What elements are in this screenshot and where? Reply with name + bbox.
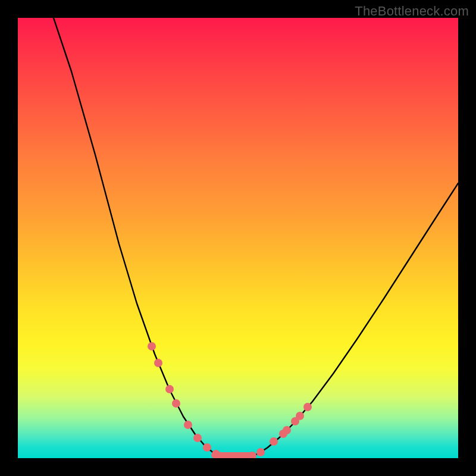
marker-dot: [148, 342, 156, 350]
marker-dot: [256, 448, 265, 456]
marker-dot: [165, 385, 174, 393]
marker-dot: [203, 443, 211, 452]
marker-dot: [184, 421, 192, 429]
marker-dot: [283, 426, 291, 434]
marker-dot: [212, 450, 220, 458]
watermark-text: TheBottleneck.com: [355, 4, 469, 19]
marker-dot: [193, 434, 202, 442]
marker-dot: [270, 437, 278, 446]
marker-dot: [303, 403, 312, 411]
chart-frame: TheBottleneck.com: [0, 0, 476, 476]
marker-dot: [154, 359, 162, 367]
marker-dot: [172, 399, 180, 408]
curve-svg: [18, 18, 458, 458]
plot-area: [18, 18, 458, 458]
bottleneck-curve: [54, 18, 458, 458]
marker-dot: [296, 412, 304, 420]
